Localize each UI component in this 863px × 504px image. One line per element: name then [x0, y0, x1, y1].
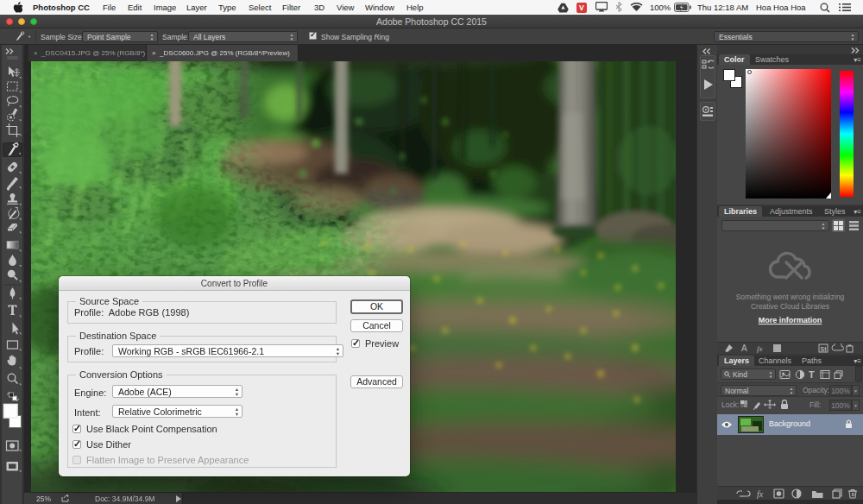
svg-text:St: St — [821, 346, 828, 352]
svg-text:fx: fx — [757, 489, 764, 499]
svg-text:fx: fx — [757, 344, 763, 353]
svg-text:A: A — [741, 343, 747, 353]
svg-text:T: T — [809, 369, 815, 380]
